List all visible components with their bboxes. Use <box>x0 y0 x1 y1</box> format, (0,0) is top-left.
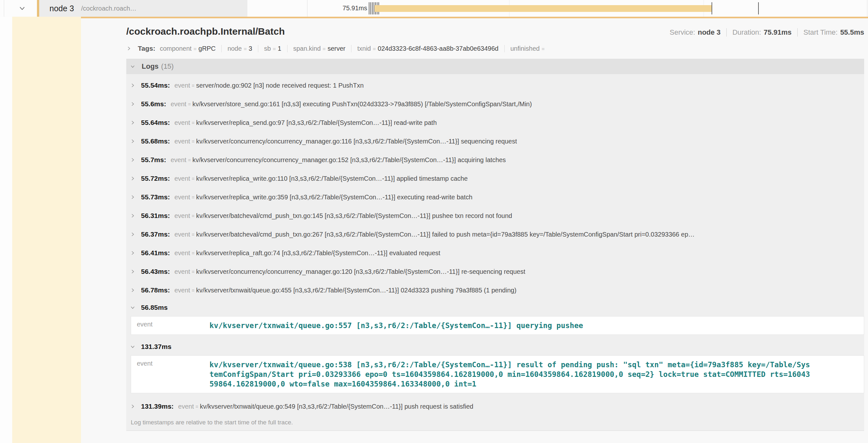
log-timestamp: 56.85ms <box>141 304 168 311</box>
duration-value: 75.91ms <box>764 28 792 37</box>
log-field-key: event <box>170 156 186 164</box>
log-field-key: event <box>170 100 186 108</box>
log-timestamp: 55.68ms: <box>141 137 170 145</box>
equals-sign: = <box>188 157 191 163</box>
equals-sign: = <box>322 46 326 52</box>
logs-section-toggle[interactable]: Logs (15) <box>126 59 864 74</box>
log-timestamp: 55.7ms: <box>141 156 166 164</box>
log-timestamp: 131.37ms <box>141 343 172 350</box>
tag-value: gRPC <box>198 45 216 52</box>
tag-key: unfinished <box>510 45 540 52</box>
span-detail-panel: /cockroach.roachpb.Internal/Batch Servic… <box>81 17 868 443</box>
log-timestamp: 55.6ms: <box>141 100 166 108</box>
tag-key: node <box>227 45 242 52</box>
tags-section-toggle[interactable]: Tags: component=gRPCnode=3sb=1span.kind=… <box>126 45 864 52</box>
log-entry-row[interactable]: 131.39ms: event = kv/kvserver/txnwait/qu… <box>126 397 864 416</box>
chevron-down-icon <box>130 64 138 69</box>
equals-sign: = <box>541 46 545 52</box>
log-marker-tick <box>372 2 373 14</box>
log-entry-row[interactable]: 55.6ms: event = kv/kvserver/store_send.g… <box>126 95 864 113</box>
log-field-key: event <box>131 321 210 330</box>
chevron-right-icon <box>130 101 138 107</box>
span-duration-bar[interactable] <box>375 5 712 12</box>
log-field-value: kv/kvserver/txnwait/queue.go:538 [n3,s3,… <box>210 360 812 389</box>
log-entry-row[interactable]: 56.43ms: event = kv/kvserver/concurrency… <box>126 262 864 281</box>
log-timestamp: 56.43ms: <box>141 268 170 275</box>
log-field-value: kv/kvserver/txnwait/queue.go:557 [n3,s3,… <box>210 321 812 330</box>
service-value: node 3 <box>698 28 720 37</box>
log-field-value: kv/kvserver/concurrency/concurrency_mana… <box>196 138 517 145</box>
log-entry-row[interactable]: 55.7ms: event = kv/kvserver/concurrency/… <box>126 150 864 169</box>
trace-detail-page: node 3 /cockroach.roach… 75.91ms /cockro… <box>0 0 868 443</box>
span-indent-band <box>12 17 81 443</box>
span-duration-label: 75.91ms <box>303 4 367 12</box>
log-entry-row[interactable]: 56.85ms <box>126 300 864 315</box>
logs-list: 55.54ms: event = server/node.go:902 [n3]… <box>126 76 864 416</box>
log-entry-row[interactable]: 55.72ms: event = kv/kvserver/replica_wri… <box>126 169 864 188</box>
span-operation-name: /cockroach.roach… <box>81 5 136 12</box>
log-timestamp: 55.54ms: <box>141 81 170 89</box>
span-name-tab[interactable]: node 3 /cockroach.roach… <box>37 0 247 17</box>
log-detail-card: event kv/kvserver/txnwait/queue.go:538 [… <box>131 355 864 393</box>
log-field-key: event <box>175 82 190 89</box>
tag-item: span.kind=server <box>287 45 351 52</box>
page-title: /cockroach.roachpb.Internal/Batch <box>126 26 285 37</box>
log-timestamp: 55.72ms: <box>141 175 170 182</box>
equals-sign: = <box>192 83 195 88</box>
log-field-value: kv/kvserver/batcheval/cmd_push_txn.go:14… <box>196 212 513 219</box>
log-field-value: kv/kvserver/replica_write.go:110 [n3,s3,… <box>196 175 468 182</box>
tag-key: sb <box>264 45 271 52</box>
log-field-value: kv/kvserver/txnwait/queue.go:455 [n3,s3,… <box>196 287 517 294</box>
log-timestamp: 56.78ms: <box>141 286 170 294</box>
log-entry-row[interactable]: 56.78ms: event = kv/kvserver/txnwait/que… <box>126 281 864 300</box>
equals-sign: = <box>192 232 195 237</box>
equals-sign: = <box>192 287 195 293</box>
log-entry-row[interactable]: 56.37ms: event = kv/kvserver/batcheval/c… <box>126 225 864 244</box>
tag-item: node=3 <box>221 45 258 52</box>
equals-sign: = <box>192 139 195 144</box>
column-border <box>4 0 4 17</box>
logs-footer-note: Log timestamps are relative to the start… <box>126 416 864 431</box>
log-entry-row[interactable]: 56.31ms: event = kv/kvserver/batcheval/c… <box>126 206 864 225</box>
equals-sign: = <box>192 195 195 200</box>
log-field-key: event <box>178 403 194 410</box>
chevron-right-icon <box>130 269 138 274</box>
chevron-right-icon <box>130 404 138 409</box>
chevron-right-icon <box>130 195 138 200</box>
tag-item: sb=1 <box>258 45 287 52</box>
log-entry-row[interactable]: 55.64ms: event = kv/kvserver/replica_sen… <box>126 113 864 132</box>
log-entry-row[interactable]: 55.73ms: event = kv/kvserver/replica_wri… <box>126 188 864 206</box>
chevron-right-icon <box>130 83 138 88</box>
log-field-value: kv/kvserver/concurrency/concurrency_mana… <box>196 268 526 275</box>
log-entry-row[interactable]: 56.41ms: event = kv/kvserver/replica_raf… <box>126 244 864 262</box>
log-field-value: kv/kvserver/concurrency/concurrency_mana… <box>192 156 506 164</box>
tags-list: component=gRPCnode=3sb=1span.kind=server… <box>160 45 552 52</box>
chevron-right-icon <box>130 139 138 144</box>
log-entry-row[interactable]: 131.37ms <box>126 339 864 355</box>
equals-sign: = <box>192 269 195 274</box>
log-field-key: event <box>175 175 190 182</box>
chevron-right-icon <box>130 232 138 237</box>
meta-divider <box>726 28 727 37</box>
chevron-right-icon <box>130 250 138 255</box>
log-marker-tick <box>370 2 371 14</box>
log-timestamp: 131.39ms: <box>141 403 174 410</box>
log-timestamp: 55.73ms: <box>141 193 170 201</box>
log-field-key: event <box>175 231 190 238</box>
tag-item: component=gRPC <box>160 45 221 52</box>
log-entry-row[interactable]: 55.54ms: event = server/node.go:902 [n3]… <box>126 76 864 95</box>
log-entry-row[interactable]: 55.68ms: event = kv/kvserver/concurrency… <box>126 132 864 150</box>
log-timestamp: 56.37ms: <box>141 231 170 238</box>
collapse-chevron-down-icon[interactable] <box>18 4 26 12</box>
log-field-key: event <box>175 287 190 294</box>
log-field-key: event <box>175 194 190 201</box>
service-label: Service: <box>670 28 695 37</box>
duration-label: Duration: <box>733 28 761 37</box>
equals-sign: = <box>193 46 196 52</box>
logs-title: Logs <box>142 62 159 71</box>
timeline-gridline <box>867 0 867 17</box>
tag-value: server <box>328 45 346 52</box>
tags-label: Tags: <box>138 45 155 52</box>
start-time-value: 55.5ms <box>840 28 864 37</box>
tag-value: 3 <box>249 45 252 52</box>
